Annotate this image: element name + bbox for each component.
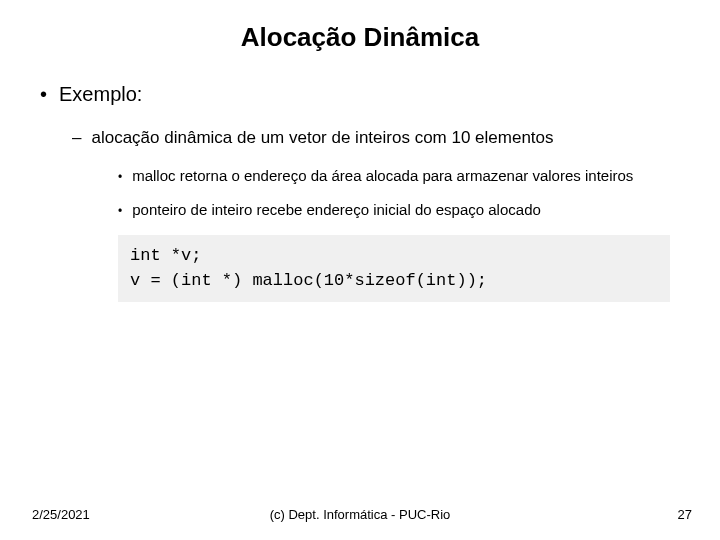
bullet-dot-icon: • (118, 203, 122, 219)
footer-copyright: (c) Dept. Informática - PUC-Rio (0, 507, 720, 522)
bullet-level-1: • Exemplo: (40, 83, 690, 106)
bullet-text: malloc retorna o endereço da área alocad… (132, 166, 633, 186)
bullet-level-2: – alocação dinâmica de um vetor de intei… (72, 128, 690, 148)
bullet-dot-icon: • (40, 83, 47, 106)
slide-title: Alocação Dinâmica (0, 0, 720, 83)
bullet-text: Exemplo: (59, 83, 142, 106)
slide-content: • Exemplo: – alocação dinâmica de um vet… (0, 83, 720, 302)
footer-page-number: 27 (678, 507, 692, 522)
bullet-level-3: • malloc retorna o endereço da área aloc… (118, 166, 690, 186)
slide: Alocação Dinâmica • Exemplo: – alocação … (0, 0, 720, 540)
bullet-level-3: • ponteiro de inteiro recebe endereço in… (118, 200, 690, 220)
code-block: int *v; v = (int *) malloc(10*sizeof(int… (118, 235, 670, 302)
bullet-dot-icon: • (118, 169, 122, 185)
dash-icon: – (72, 128, 81, 148)
bullet-text: ponteiro de inteiro recebe endereço inic… (132, 200, 541, 220)
bullet-text: alocação dinâmica de um vetor de inteiro… (91, 128, 553, 148)
